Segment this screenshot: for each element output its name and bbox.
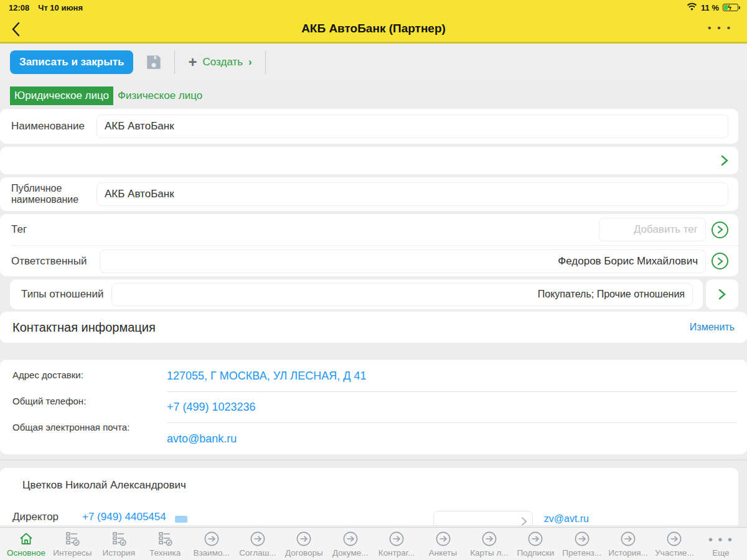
responsible-input[interactable]: Федоров Борис Михайлович	[100, 250, 706, 273]
circle-arrow-icon	[296, 530, 312, 548]
tab-подписки[interactable]: Подписки	[515, 530, 555, 559]
contact-info-header: Контактная информация Изменить	[0, 312, 747, 343]
tab-label: Соглаш...	[239, 548, 276, 558]
responsible-picker-icon[interactable]	[712, 253, 728, 269]
form-scroll-area: Записать и закрыть + Создать › Юридическ…	[0, 44, 747, 525]
command-bar: Записать и закрыть + Создать ›	[0, 44, 747, 81]
relation-types-label: Типы отношений	[21, 288, 111, 301]
save-icon[interactable]	[143, 51, 165, 73]
tab-label: Основное	[7, 548, 45, 558]
tab-участие-[interactable]: Участие...	[654, 530, 694, 559]
tab-взаимо-[interactable]: Взаимо...	[192, 530, 232, 559]
tab-label: Договоры	[285, 548, 323, 558]
tab-контраг-[interactable]: Контраг...	[377, 530, 416, 559]
more-menu-button[interactable]: • • •	[708, 22, 732, 33]
tab-договоры[interactable]: Договоры	[284, 530, 324, 559]
section-divider	[0, 460, 747, 460]
relation-types-picker[interactable]	[706, 279, 738, 309]
plus-icon: +	[188, 55, 197, 70]
director-role-label: Директор	[12, 511, 82, 523]
tab-карты-л-[interactable]: Карты л...	[469, 530, 509, 559]
contact-label-email: Общая электронная почта:	[12, 422, 167, 448]
tab-соглаш-[interactable]: Соглаш...	[238, 530, 278, 559]
relation-types-input[interactable]: Покупатель; Прочие отношения	[111, 283, 693, 306]
tab-еще[interactable]: ● ● ●Еще	[701, 530, 741, 559]
circle-arrow-icon	[574, 530, 590, 548]
tab-история-[interactable]: История...	[608, 530, 648, 559]
create-button[interactable]: + Создать ›	[184, 55, 255, 70]
director-email-link[interactable]: zv@avt.ru	[544, 513, 589, 525]
tab-label: История	[103, 548, 135, 558]
status-time: 12:08	[9, 3, 29, 12]
tag-responsible-card: Тег Добавить тег Ответственный Федоров Б…	[0, 214, 738, 276]
director-person-name[interactable]: Цветков Николай Александрович	[0, 479, 738, 492]
tag-input[interactable]: Добавить тег	[599, 218, 706, 241]
doc-check-icon	[111, 530, 127, 548]
name-field-label: Наименование	[11, 120, 96, 133]
contact-email-link[interactable]: avto@bank.ru	[167, 423, 737, 454]
home-icon	[19, 530, 34, 548]
tag-picker-icon[interactable]	[712, 222, 728, 238]
tab-label: Техника	[149, 548, 181, 558]
doc-check-icon	[157, 530, 173, 548]
chevron-right-icon	[718, 289, 726, 300]
create-label: Создать	[203, 56, 243, 68]
toolbar-divider	[265, 50, 266, 74]
circle-arrow-icon	[527, 530, 543, 548]
status-bar: 12:08 Чт 10 июня 11 % ϟ	[0, 0, 747, 15]
tab-label: Докуме...	[332, 548, 369, 558]
director-picker-field[interactable]	[433, 511, 533, 525]
name-input[interactable]: АКБ АвтоБанк	[96, 114, 728, 138]
contact-edit-link[interactable]: Изменить	[690, 322, 735, 333]
sms-icon[interactable]	[175, 516, 187, 523]
tab-техника[interactable]: Техника	[145, 530, 185, 559]
circle-arrow-icon	[204, 530, 220, 548]
tab-label: Подписки	[517, 548, 554, 558]
tab-докуме-[interactable]: Докуме...	[331, 530, 370, 559]
doc-check-icon	[64, 530, 80, 548]
public-name-field-label: Публичное наименование	[11, 183, 96, 206]
tab-label: Еще	[712, 548, 729, 558]
tab-label: Интересы	[53, 548, 92, 558]
battery-icon: ϟ	[723, 4, 738, 11]
save-and-close-button[interactable]: Записать и закрыть	[10, 50, 133, 74]
public-name-input[interactable]: АКБ АвтоБанк	[96, 182, 728, 206]
tab-individual[interactable]: Физическое лицо	[113, 86, 207, 105]
tag-field-label: Тег	[11, 223, 599, 236]
tab-история[interactable]: История	[99, 530, 139, 559]
contact-info-title: Контактная информация	[12, 320, 156, 335]
circle-arrow-icon	[388, 530, 405, 548]
director-card: Цветков Николай Александрович Директор +…	[0, 468, 738, 525]
director-phone-link[interactable]: +7 (949) 4405454	[82, 511, 166, 523]
circle-arrow-icon	[435, 530, 451, 548]
entity-type-tabs: Юридическое лицо Физическое лицо	[0, 81, 747, 109]
contact-label-phone: Общий телефон:	[12, 396, 167, 422]
chevron-right-icon	[721, 155, 728, 166]
contact-label-address: Адрес доставки:	[12, 370, 167, 396]
toolbar-divider	[174, 50, 175, 74]
tab-претенз-[interactable]: Претенз...	[562, 530, 602, 559]
contact-info-card: Адрес доставки: Общий телефон: Общая эле…	[0, 360, 747, 454]
collapsed-group-row[interactable]	[0, 147, 738, 174]
tab-label: Анкеты	[429, 548, 457, 558]
chevron-right-icon: ›	[248, 56, 252, 68]
circle-arrow-icon	[250, 530, 266, 548]
contact-address-link[interactable]: 127055, Г МОСКВА, УЛ ЛЕСНАЯ, Д 41	[167, 361, 737, 392]
status-date: Чт 10 июня	[38, 3, 83, 12]
chevron-right-icon	[521, 516, 527, 525]
circle-arrow-icon	[481, 530, 497, 548]
public-name-field-row: Публичное наименование АКБ АвтоБанк	[0, 177, 738, 211]
circle-arrow-icon	[666, 530, 682, 548]
tab-анкеты[interactable]: Анкеты	[423, 530, 463, 559]
contact-phone-link[interactable]: +7 (499) 1023236	[167, 392, 737, 423]
nav-bar: АКБ АвтоБанк (Партнер) • • •	[0, 15, 747, 44]
tab-label: Участие...	[655, 548, 693, 558]
tab-интересы[interactable]: Интересы	[52, 530, 92, 559]
tab-label: Претенз...	[562, 548, 601, 558]
tab-label: Карты л...	[470, 548, 508, 558]
circle-arrow-icon	[342, 530, 359, 548]
tab-основное[interactable]: Основное	[6, 530, 46, 559]
tab-legal-entity[interactable]: Юридическое лицо	[10, 86, 113, 105]
wifi-icon	[687, 2, 697, 12]
back-button[interactable]	[11, 21, 27, 37]
